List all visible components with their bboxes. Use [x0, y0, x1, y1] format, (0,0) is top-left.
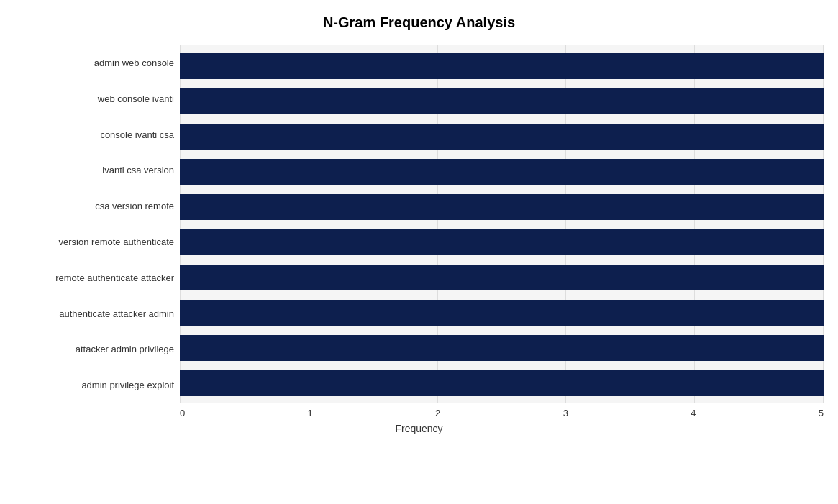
- bar-row: [180, 367, 824, 399]
- bar-row: [180, 156, 824, 188]
- bar: [180, 370, 824, 396]
- y-axis-label: admin privilege exploit: [14, 380, 174, 391]
- chart-area: admin web consoleweb console ivanticonso…: [14, 45, 824, 434]
- bars-and-grid: [180, 45, 824, 403]
- bar: [180, 53, 824, 79]
- bar-row: [180, 121, 824, 152]
- y-axis-label: remote authenticate attacker: [14, 272, 174, 284]
- bar: [180, 88, 824, 114]
- y-axis-label: csa version remote: [14, 201, 174, 212]
- bar-row: [180, 50, 824, 82]
- bar: [180, 124, 824, 150]
- y-axis-label: ivanti csa version: [14, 165, 174, 176]
- x-tick: 0: [180, 408, 185, 418]
- y-axis-label: attacker admin privilege: [14, 344, 174, 355]
- bar: [180, 300, 824, 326]
- y-axis-label: version remote authenticate: [14, 237, 174, 248]
- bar: [180, 265, 824, 290]
- bars-section: admin web consoleweb console ivanticonso…: [14, 45, 824, 403]
- y-axis-label: console ivanti csa: [14, 129, 174, 141]
- y-axis-label: web console ivanti: [14, 93, 174, 105]
- y-axis-label: admin web console: [14, 58, 174, 69]
- x-axis: 012345: [180, 408, 824, 418]
- chart-title: N-Gram Frequency Analysis: [14, 14, 824, 31]
- x-tick: 5: [819, 408, 824, 418]
- bar-row: [180, 297, 824, 329]
- bar: [180, 159, 824, 185]
- bar: [180, 194, 824, 220]
- x-tick: 3: [563, 408, 568, 418]
- x-tick: 2: [435, 408, 440, 418]
- bar-row: [180, 191, 824, 223]
- chart-container: N-Gram Frequency Analysis admin web cons…: [0, 0, 838, 504]
- x-tick: 4: [691, 408, 696, 418]
- bar-row: [180, 86, 824, 117]
- y-axis-label: authenticate attacker admin: [14, 308, 174, 320]
- x-tick: 1: [308, 408, 313, 418]
- bar-row: [180, 332, 824, 364]
- bar: [180, 335, 824, 361]
- bar: [180, 229, 824, 255]
- y-axis-labels: admin web consoleweb console ivanticonso…: [14, 45, 180, 403]
- bar-row: [180, 262, 824, 293]
- bar-row: [180, 226, 824, 258]
- x-axis-label: Frequency: [14, 423, 824, 434]
- bar-rows: [180, 45, 824, 403]
